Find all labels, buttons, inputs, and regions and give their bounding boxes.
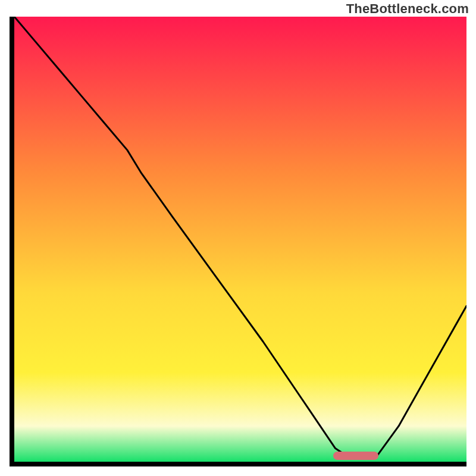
watermark-text: TheBottleneck.com [346, 1, 469, 17]
plot-area [10, 17, 466, 466]
curve-svg [14, 17, 466, 462]
optimum-marker [333, 452, 378, 460]
chart-container: TheBottleneck.com [0, 0, 476, 476]
bottleneck-curve [14, 17, 466, 458]
